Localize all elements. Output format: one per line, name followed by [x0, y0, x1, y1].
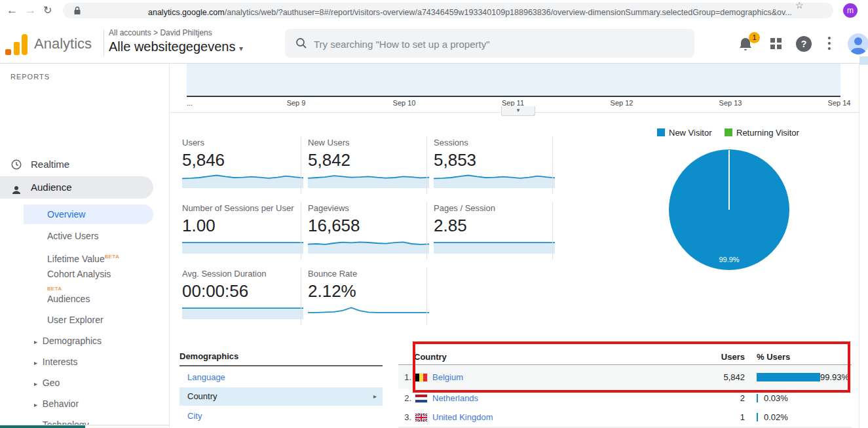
- axis-tick-label: ...: [187, 99, 193, 107]
- axis-tick-label: Sep 13: [704, 99, 757, 107]
- legend-swatch-new-visitor: [657, 128, 665, 136]
- sidebar-item-overview[interactable]: Overview: [24, 204, 153, 224]
- analytics-logo-icon: [5, 49, 11, 55]
- beta-badge: BETA: [105, 254, 119, 260]
- apps-grid-icon[interactable]: [770, 38, 782, 49]
- person-icon: [10, 182, 22, 204]
- sidebar: REPORTS ›Realtime›AudienceOverviewActive…: [0, 64, 170, 428]
- flag-icon-gb: [415, 414, 427, 421]
- chevron-right-icon: ▸: [34, 380, 37, 387]
- demographics-item-language[interactable]: Language: [179, 369, 383, 386]
- browser-toolbar: ← → ↻ analytics.google.com/analytics/web…: [0, 0, 868, 22]
- card-divider: [301, 136, 301, 194]
- sidebar-item-behavior[interactable]: ▸ Behavior: [34, 397, 79, 410]
- annotation-red-box: [413, 341, 850, 393]
- demographics-title: Demographics: [179, 351, 383, 366]
- sidebar-item-audience[interactable]: ›Audience: [0, 176, 153, 199]
- row-rank: 3.: [400, 412, 411, 422]
- demographics-item-city[interactable]: City: [179, 408, 383, 425]
- axis-tick-label: Sep 12: [595, 99, 648, 107]
- card-divider: [552, 202, 553, 260]
- country-link[interactable]: Netherlands: [432, 393, 478, 403]
- pie-data-label: 99.9%: [719, 256, 739, 263]
- legend-label-new-visitor: New Visitor: [669, 128, 712, 138]
- lock-icon: [73, 6, 81, 18]
- sparkline: [434, 170, 555, 189]
- legend-swatch-returning-visitor: [725, 128, 732, 136]
- address-bar[interactable]: analytics.google.com/analytics/web/?auth…: [63, 3, 833, 18]
- chevron-right-icon: ▸: [34, 359, 37, 366]
- sidebar-item-cohort-analysis[interactable]: Cohort AnalysisBETA: [47, 267, 111, 281]
- pct-value: 0.03%: [764, 393, 788, 403]
- card-divider: [301, 202, 301, 260]
- sparkline: [434, 236, 555, 254]
- back-icon[interactable]: ←: [7, 0, 18, 21]
- row-rank: 2.: [400, 393, 411, 403]
- breadcrumb[interactable]: All accounts > David Philtjens: [109, 28, 212, 37]
- card-divider: [426, 202, 427, 260]
- sparkline: [182, 236, 303, 254]
- flag-icon-nl: [415, 395, 427, 402]
- search-icon: [295, 37, 307, 52]
- sparkline: [182, 170, 303, 189]
- pct-value: 0.02%: [764, 412, 788, 422]
- sidebar-item-demographics[interactable]: ▸ Demographics: [34, 334, 102, 347]
- reports-section-label: REPORTS: [10, 73, 50, 81]
- users-value: 2: [681, 393, 745, 403]
- help-icon[interactable]: ?: [796, 36, 812, 52]
- analytics-logo-icon: [22, 34, 28, 55]
- chart-collapse-handle[interactable]: ▾: [501, 106, 535, 116]
- sidebar-scrollbar-thumb[interactable]: [0, 425, 85, 428]
- sparkline: [308, 302, 429, 320]
- row-rank: 1.: [400, 372, 411, 382]
- sidebar-item-audiences[interactable]: Audiences: [47, 292, 90, 305]
- url-host: analytics.google.com: [148, 8, 225, 17]
- sparkline: [308, 170, 429, 189]
- sidebar-item-active-users[interactable]: Active Users: [47, 229, 99, 243]
- url-path: /analytics/web/?authuser=8#/report/visit…: [225, 8, 792, 17]
- account-avatar[interactable]: [848, 33, 868, 54]
- kebab-menu-icon[interactable]: •••: [826, 35, 833, 52]
- property-selector[interactable]: Alle websitegegevens ▾: [109, 39, 243, 54]
- chevron-down-icon: ▾: [517, 107, 520, 113]
- pct-bar: [757, 394, 758, 402]
- screen: ← → ↻ analytics.google.com/analytics/web…: [0, 0, 868, 428]
- pct-bar: [757, 413, 758, 421]
- sidebar-item-lifetime-value[interactable]: Lifetime ValueBETA: [47, 250, 119, 263]
- clock-icon: [10, 159, 22, 176]
- browser-profile-avatar[interactable]: m: [843, 3, 858, 18]
- scrollbar-thumb[interactable]: [859, 56, 868, 65]
- timeline-axis: [187, 96, 840, 97]
- search-input[interactable]: [312, 29, 682, 59]
- search-bar[interactable]: [285, 29, 694, 58]
- sparkline: [308, 236, 429, 254]
- forward-icon[interactable]: →: [25, 0, 36, 21]
- scrollbar-track: [859, 64, 859, 428]
- card-divider: [552, 136, 553, 194]
- header-divider: [104, 29, 104, 56]
- sidebar-item-geo[interactable]: ▸ Geo: [34, 376, 60, 389]
- sidebar-item-user-explorer[interactable]: User Explorer: [47, 313, 104, 326]
- card-divider: [426, 267, 427, 325]
- demographics-item-country[interactable]: Country ▸: [179, 387, 383, 406]
- url-text: analytics.google.com/analytics/web/?auth…: [148, 8, 868, 17]
- axis-tick-label: Sep 9: [270, 99, 322, 107]
- bookmark-star-icon[interactable]: ☆: [795, 0, 804, 10]
- country-link[interactable]: United Kingdom: [432, 412, 493, 422]
- notification-badge: 1: [749, 32, 760, 43]
- sidebar-item-realtime[interactable]: ›Realtime: [0, 156, 169, 173]
- users-value: 1: [681, 412, 745, 422]
- sidebar-item-interests[interactable]: ▸ Interests: [34, 355, 78, 368]
- visitor-type-pie-chart[interactable]: 99.9%: [669, 149, 789, 273]
- axis-tick-label: Sep 14: [813, 99, 865, 107]
- timeline-area-chart[interactable]: [187, 64, 840, 96]
- chevron-down-icon: ▾: [239, 44, 243, 53]
- analytics-logo-icon: [14, 42, 20, 55]
- chevron-right-icon: ▸: [373, 387, 377, 406]
- legend-label-returning-visitor: Returning Visitor: [736, 128, 799, 138]
- axis-tick-label: Sep 10: [378, 99, 430, 107]
- reload-icon[interactable]: ↻: [43, 0, 52, 21]
- sparkline: [182, 302, 303, 320]
- beta-badge: BETA: [47, 286, 62, 292]
- chevron-right-icon: ▸: [34, 401, 37, 408]
